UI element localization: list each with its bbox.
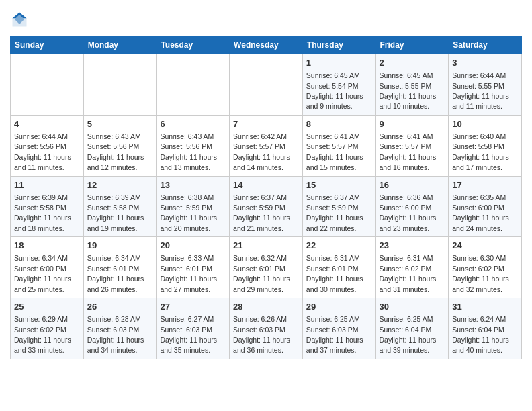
day-number: 12 bbox=[87, 179, 153, 191]
day-detail: Sunrise: 6:44 AM Sunset: 5:56 PM Dayligh… bbox=[14, 132, 71, 171]
day-cell: 14Sunrise: 6:37 AM Sunset: 5:59 PM Dayli… bbox=[230, 176, 303, 237]
day-detail: Sunrise: 6:37 AM Sunset: 5:59 PM Dayligh… bbox=[233, 193, 290, 232]
header-cell-friday: Friday bbox=[375, 36, 449, 54]
day-cell: 22Sunrise: 6:31 AM Sunset: 6:01 PM Dayli… bbox=[302, 237, 375, 298]
day-detail: Sunrise: 6:27 AM Sunset: 6:03 PM Dayligh… bbox=[160, 315, 217, 354]
day-detail: Sunrise: 6:45 AM Sunset: 5:55 PM Dayligh… bbox=[380, 71, 437, 110]
day-detail: Sunrise: 6:35 AM Sunset: 6:00 PM Dayligh… bbox=[452, 193, 509, 232]
day-cell: 28Sunrise: 6:26 AM Sunset: 6:03 PM Dayli… bbox=[230, 298, 303, 359]
day-detail: Sunrise: 6:43 AM Sunset: 5:56 PM Dayligh… bbox=[87, 132, 144, 171]
header-cell-tuesday: Tuesday bbox=[157, 36, 230, 54]
day-cell: 9Sunrise: 6:41 AM Sunset: 5:57 PM Daylig… bbox=[375, 115, 449, 176]
day-number: 28 bbox=[233, 301, 299, 313]
day-number: 30 bbox=[380, 301, 445, 313]
day-cell: 30Sunrise: 6:25 AM Sunset: 6:04 PM Dayli… bbox=[375, 298, 449, 359]
day-cell: 26Sunrise: 6:28 AM Sunset: 6:03 PM Dayli… bbox=[83, 298, 157, 359]
day-detail: Sunrise: 6:41 AM Sunset: 5:57 PM Dayligh… bbox=[380, 132, 437, 171]
day-number: 14 bbox=[233, 179, 299, 191]
day-cell: 24Sunrise: 6:30 AM Sunset: 6:02 PM Dayli… bbox=[449, 237, 522, 298]
day-detail: Sunrise: 6:29 AM Sunset: 6:02 PM Dayligh… bbox=[14, 315, 71, 354]
day-detail: Sunrise: 6:36 AM Sunset: 6:00 PM Dayligh… bbox=[380, 193, 437, 232]
header-row: SundayMondayTuesdayWednesdayThursdayFrid… bbox=[11, 36, 522, 54]
day-detail: Sunrise: 6:25 AM Sunset: 6:04 PM Dayligh… bbox=[380, 315, 437, 354]
day-number: 19 bbox=[87, 240, 153, 252]
day-cell: 6Sunrise: 6:43 AM Sunset: 5:56 PM Daylig… bbox=[157, 115, 230, 176]
day-detail: Sunrise: 6:31 AM Sunset: 6:02 PM Dayligh… bbox=[380, 254, 437, 293]
day-cell: 10Sunrise: 6:40 AM Sunset: 5:58 PM Dayli… bbox=[449, 115, 522, 176]
day-number: 29 bbox=[306, 301, 372, 313]
header-cell-saturday: Saturday bbox=[449, 36, 522, 54]
day-cell bbox=[83, 54, 157, 116]
day-number: 18 bbox=[14, 240, 80, 252]
day-cell: 8Sunrise: 6:41 AM Sunset: 5:57 PM Daylig… bbox=[302, 115, 375, 176]
day-detail: Sunrise: 6:43 AM Sunset: 5:56 PM Dayligh… bbox=[160, 132, 217, 171]
header-cell-thursday: Thursday bbox=[302, 36, 375, 54]
day-cell: 2Sunrise: 6:45 AM Sunset: 5:55 PM Daylig… bbox=[375, 54, 449, 116]
header-cell-monday: Monday bbox=[83, 36, 157, 54]
day-cell: 16Sunrise: 6:36 AM Sunset: 6:00 PM Dayli… bbox=[375, 176, 449, 237]
day-number: 20 bbox=[160, 240, 226, 252]
day-detail: Sunrise: 6:25 AM Sunset: 6:03 PM Dayligh… bbox=[306, 315, 363, 354]
day-detail: Sunrise: 6:34 AM Sunset: 6:00 PM Dayligh… bbox=[14, 254, 71, 293]
header-cell-sunday: Sunday bbox=[11, 36, 84, 54]
day-detail: Sunrise: 6:32 AM Sunset: 6:01 PM Dayligh… bbox=[233, 254, 290, 293]
day-detail: Sunrise: 6:34 AM Sunset: 6:01 PM Dayligh… bbox=[87, 254, 144, 293]
day-cell: 31Sunrise: 6:24 AM Sunset: 6:04 PM Dayli… bbox=[449, 298, 522, 359]
day-number: 16 bbox=[380, 179, 445, 191]
day-cell: 23Sunrise: 6:31 AM Sunset: 6:02 PM Dayli… bbox=[375, 237, 449, 298]
day-cell: 21Sunrise: 6:32 AM Sunset: 6:01 PM Dayli… bbox=[230, 237, 303, 298]
day-cell: 20Sunrise: 6:33 AM Sunset: 6:01 PM Dayli… bbox=[157, 237, 230, 298]
logo-icon bbox=[10, 10, 29, 29]
day-detail: Sunrise: 6:37 AM Sunset: 5:59 PM Dayligh… bbox=[306, 193, 363, 232]
day-number: 27 bbox=[160, 301, 226, 313]
day-cell: 25Sunrise: 6:29 AM Sunset: 6:02 PM Dayli… bbox=[11, 298, 84, 359]
day-cell: 27Sunrise: 6:27 AM Sunset: 6:03 PM Dayli… bbox=[157, 298, 230, 359]
day-number: 10 bbox=[452, 118, 518, 130]
day-detail: Sunrise: 6:33 AM Sunset: 6:01 PM Dayligh… bbox=[160, 254, 217, 293]
day-cell bbox=[11, 54, 84, 116]
day-number: 2 bbox=[380, 57, 445, 69]
day-detail: Sunrise: 6:26 AM Sunset: 6:03 PM Dayligh… bbox=[233, 315, 290, 354]
day-number: 3 bbox=[452, 57, 518, 69]
day-number: 8 bbox=[306, 118, 372, 130]
day-number: 11 bbox=[14, 179, 80, 191]
day-detail: Sunrise: 6:45 AM Sunset: 5:54 PM Dayligh… bbox=[306, 71, 363, 110]
day-number: 17 bbox=[452, 179, 518, 191]
day-number: 24 bbox=[452, 240, 518, 252]
day-number: 9 bbox=[380, 118, 445, 130]
day-number: 25 bbox=[14, 301, 80, 313]
day-cell: 29Sunrise: 6:25 AM Sunset: 6:03 PM Dayli… bbox=[302, 298, 375, 359]
week-row-1: 1Sunrise: 6:45 AM Sunset: 5:54 PM Daylig… bbox=[11, 54, 522, 116]
day-number: 13 bbox=[160, 179, 226, 191]
day-number: 4 bbox=[14, 118, 80, 130]
day-cell: 7Sunrise: 6:42 AM Sunset: 5:57 PM Daylig… bbox=[230, 115, 303, 176]
day-cell: 4Sunrise: 6:44 AM Sunset: 5:56 PM Daylig… bbox=[11, 115, 84, 176]
day-number: 23 bbox=[380, 240, 445, 252]
day-number: 21 bbox=[233, 240, 299, 252]
day-number: 31 bbox=[452, 301, 518, 313]
day-cell: 17Sunrise: 6:35 AM Sunset: 6:00 PM Dayli… bbox=[449, 176, 522, 237]
day-number: 5 bbox=[87, 118, 153, 130]
day-cell bbox=[157, 54, 230, 116]
day-cell: 5Sunrise: 6:43 AM Sunset: 5:56 PM Daylig… bbox=[83, 115, 157, 176]
day-detail: Sunrise: 6:30 AM Sunset: 6:02 PM Dayligh… bbox=[452, 254, 509, 293]
day-detail: Sunrise: 6:44 AM Sunset: 5:55 PM Dayligh… bbox=[452, 71, 509, 110]
day-cell: 19Sunrise: 6:34 AM Sunset: 6:01 PM Dayli… bbox=[83, 237, 157, 298]
week-row-5: 25Sunrise: 6:29 AM Sunset: 6:02 PM Dayli… bbox=[11, 298, 522, 359]
day-detail: Sunrise: 6:28 AM Sunset: 6:03 PM Dayligh… bbox=[87, 315, 144, 354]
day-detail: Sunrise: 6:41 AM Sunset: 5:57 PM Dayligh… bbox=[306, 132, 363, 171]
day-cell: 3Sunrise: 6:44 AM Sunset: 5:55 PM Daylig… bbox=[449, 54, 522, 116]
day-cell: 13Sunrise: 6:38 AM Sunset: 5:59 PM Dayli… bbox=[157, 176, 230, 237]
day-detail: Sunrise: 6:42 AM Sunset: 5:57 PM Dayligh… bbox=[233, 132, 290, 171]
day-cell: 15Sunrise: 6:37 AM Sunset: 5:59 PM Dayli… bbox=[302, 176, 375, 237]
day-cell: 18Sunrise: 6:34 AM Sunset: 6:00 PM Dayli… bbox=[11, 237, 84, 298]
week-row-3: 11Sunrise: 6:39 AM Sunset: 5:58 PM Dayli… bbox=[11, 176, 522, 237]
day-detail: Sunrise: 6:24 AM Sunset: 6:04 PM Dayligh… bbox=[452, 315, 509, 354]
day-cell: 11Sunrise: 6:39 AM Sunset: 5:58 PM Dayli… bbox=[11, 176, 84, 237]
day-cell bbox=[230, 54, 303, 116]
day-number: 6 bbox=[160, 118, 226, 130]
day-detail: Sunrise: 6:38 AM Sunset: 5:59 PM Dayligh… bbox=[160, 193, 217, 232]
day-number: 1 bbox=[306, 57, 372, 69]
day-number: 15 bbox=[306, 179, 372, 191]
day-detail: Sunrise: 6:39 AM Sunset: 5:58 PM Dayligh… bbox=[87, 193, 144, 232]
